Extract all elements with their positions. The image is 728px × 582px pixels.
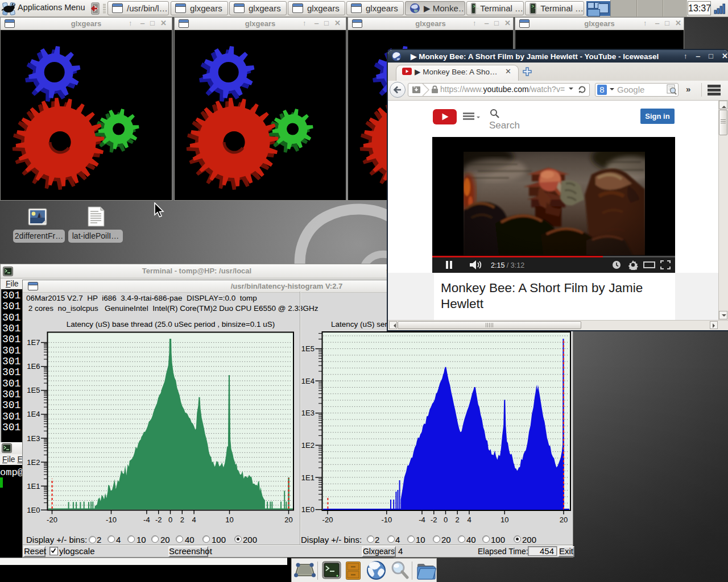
svg-text:2: 2 xyxy=(180,516,184,524)
svg-text:1E0: 1E0 xyxy=(301,505,315,514)
svg-text:20: 20 xyxy=(560,516,568,524)
svg-text:1E1: 1E1 xyxy=(301,473,315,482)
svg-text:1E2: 1E2 xyxy=(27,458,40,467)
svg-text:0: 0 xyxy=(444,516,448,524)
svg-text:-2: -2 xyxy=(155,516,162,524)
svg-text:0: 0 xyxy=(168,516,172,524)
svg-text:1E6: 1E6 xyxy=(27,362,40,371)
svg-text:20: 20 xyxy=(284,516,292,524)
svg-text:4: 4 xyxy=(467,516,471,524)
svg-text:1E4: 1E4 xyxy=(301,377,315,385)
svg-text:-10: -10 xyxy=(106,516,117,524)
svg-text:-10: -10 xyxy=(381,516,392,524)
svg-text:1E0: 1E0 xyxy=(27,506,40,514)
svg-text:-4: -4 xyxy=(419,516,425,524)
svg-text:1E4: 1E4 xyxy=(27,410,40,418)
svg-text:-20: -20 xyxy=(47,516,57,524)
svg-text:1E5: 1E5 xyxy=(301,344,315,353)
svg-text:1E3: 1E3 xyxy=(27,434,40,443)
svg-text:1E3: 1E3 xyxy=(301,409,315,417)
svg-text:Latency (uS) base thread (25.0: Latency (uS) base thread (25.0 uSec peri… xyxy=(67,320,275,329)
svg-text:-2: -2 xyxy=(431,516,437,524)
svg-text:-20: -20 xyxy=(322,516,333,524)
svg-text:1E1: 1E1 xyxy=(27,482,40,490)
svg-text:1E5: 1E5 xyxy=(27,386,40,394)
svg-text:1E7: 1E7 xyxy=(27,338,40,347)
svg-text:4: 4 xyxy=(192,516,196,524)
svg-text:1E2: 1E2 xyxy=(301,441,315,450)
svg-text:10: 10 xyxy=(500,516,508,524)
svg-text:2: 2 xyxy=(456,516,460,524)
svg-text:10: 10 xyxy=(225,516,233,524)
svg-text:-4: -4 xyxy=(143,516,150,524)
